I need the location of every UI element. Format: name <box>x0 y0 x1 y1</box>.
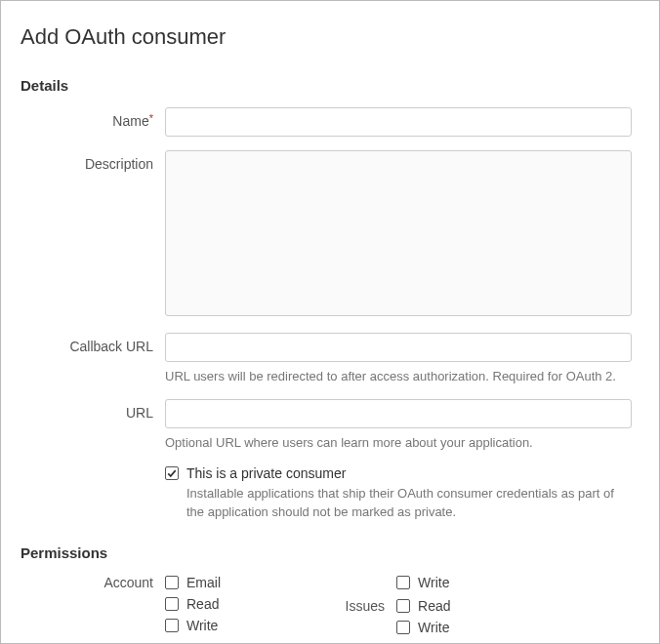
account-read-checkbox[interactable] <box>165 597 179 611</box>
permissions-col-2: Write Issues Read Write <box>338 575 450 635</box>
account-read-label: Read <box>186 596 219 612</box>
callback-url-label: Callback URL <box>21 333 165 354</box>
required-indicator: * <box>149 112 153 124</box>
account-email-checkbox[interactable] <box>165 576 179 589</box>
private-consumer-label: This is a private consumer <box>186 465 346 481</box>
permissions-heading: Permissions <box>21 544 632 561</box>
callback-url-input[interactable] <box>165 333 632 362</box>
private-consumer-checkbox[interactable] <box>165 466 179 480</box>
issues-group-label: Issues <box>338 598 385 614</box>
col2-write-label: Write <box>418 575 449 590</box>
private-consumer-help: Installable applications that ship their… <box>186 485 632 520</box>
url-label: URL <box>21 399 165 421</box>
description-label: Description <box>21 150 165 172</box>
account-group-label: Account <box>21 575 165 635</box>
permissions-block: Account Email Read Write <box>21 575 632 635</box>
issues-read-checkbox[interactable] <box>396 599 410 613</box>
callback-url-help: URL users will be redirected to after ac… <box>165 368 632 385</box>
issues-write-label: Write <box>418 620 449 635</box>
col2-write-checkbox[interactable] <box>396 576 410 589</box>
details-heading: Details <box>21 77 632 94</box>
issues-read-label: Read <box>418 598 450 614</box>
name-input[interactable] <box>165 107 632 137</box>
account-email-label: Email <box>186 575 221 590</box>
url-row: URL Optional URL where users can learn m… <box>21 399 632 452</box>
private-consumer-row: This is a private consumer Installable a… <box>21 465 632 520</box>
account-write-checkbox[interactable] <box>165 619 179 632</box>
description-input[interactable] <box>165 150 632 316</box>
oauth-consumer-form: Add OAuth consumer Details Name* Descrip… <box>0 0 660 644</box>
issues-write-checkbox[interactable] <box>396 621 410 634</box>
name-row: Name* <box>21 107 632 137</box>
url-help: Optional URL where users can learn more … <box>165 434 632 452</box>
callback-url-row: Callback URL URL users will be redirecte… <box>21 333 632 385</box>
page-title: Add OAuth consumer <box>21 24 632 50</box>
account-write-label: Write <box>186 618 218 633</box>
description-row: Description <box>21 150 632 319</box>
account-permissions: Email Read Write <box>165 575 221 635</box>
url-input[interactable] <box>165 399 632 428</box>
name-label: Name* <box>21 107 165 129</box>
check-icon <box>167 468 177 478</box>
